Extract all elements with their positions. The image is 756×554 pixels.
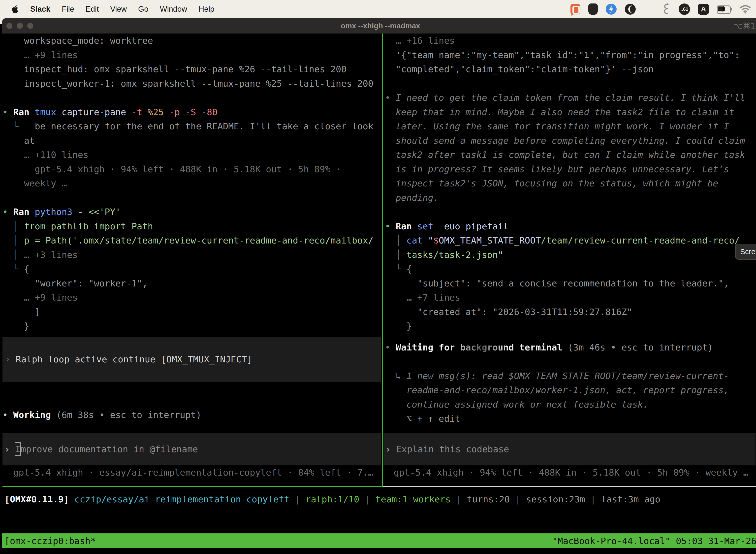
shield-grid-icon[interactable] [588,3,598,15]
text-segment: $ [433,235,439,245]
speed-bolt-icon[interactable] [606,4,617,15]
menu-item-edit[interactable]: Edit [85,5,99,14]
screenshot-tooltip: Scre [735,244,756,260]
window-title-bar[interactable]: omx --xhigh --madmax ⌥⌘1 [2,18,756,34]
terminal-line: inspect_worker-1: omx sparkshell --tmux-… [2,76,382,91]
text-segment: OMX_TEAM_STATE_ROOT [439,235,541,245]
right-pane[interactable]: … +16 lines '{"team_name":"my-team","tas… [383,34,756,487]
terminal-line: inspect task2's JSON, focusing on the st… [385,176,756,190]
terminal-line: "created_at": "2026-03-31T11:59:27.816Z" [385,305,756,319]
terminal-line: └ { [2,262,382,276]
text-segment: … +9 lines [2,50,78,60]
text-segment: session:23m [521,494,590,504]
terminal-line: … +9 lines [2,48,382,62]
left-prompt-input[interactable]: › Improve documentation in @filename [2,433,381,465]
menu-item-view[interactable]: View [110,5,127,14]
right-model-status: gpt-5.4 xhigh · 94% left · 488K in · 5.1… [383,465,749,480]
text-segment: " [428,235,433,245]
text-segment: ] [2,307,40,317]
text-segment: last:3m ago [596,494,660,504]
menu-item-help[interactable]: Help [199,5,214,14]
terminal-line: "worker": "worker-1", [2,276,382,291]
text-segment: • [385,221,396,231]
wifi-icon[interactable] [740,5,751,14]
terminal-line: task2 after task1 is complete, but can I… [385,148,756,162]
tmux-status-bar[interactable]: [omx-cczip0:bash* "MacBook-Pro-44.local"… [2,534,756,548]
input-source-letter: A [701,5,706,13]
text-segment: Ran [13,107,35,117]
dots-grid-icon[interactable] [644,4,654,14]
text-segment: at [2,135,35,146]
chat-app-icon-inner [572,6,580,14]
text-segment: … +9 lines [2,292,78,302]
right-prompt-input[interactable]: › Explain this codebase [383,433,756,465]
text-segment: | [456,494,461,504]
text-segment: │ [2,221,24,231]
apple-menu-icon[interactable] [11,5,19,13]
squiggle-icon[interactable] [662,3,671,15]
terminal-line: '{"team_name":"my-team","task_id":"1","f… [385,48,756,62]
text-segment: %25 [147,107,169,117]
menu-bar-status-icons: ..61 A [570,3,751,15]
text-segment: "subject": "send a concise recommendatio… [385,278,729,288]
timer-badge-icon[interactable]: ..61 [679,3,690,15]
text-segment: -t [131,107,147,117]
chat-app-icon[interactable] [570,4,580,14]
text-segment: p = Path('.omx/state/team/review-current… [24,235,374,245]
terminal-line: … +9 lines [2,290,382,305]
text-segment: Ralph loop active continue [OMX_TMUX_INJ… [16,354,252,365]
terminal-line: keep that in mind. Maybe I also need the… [385,105,756,119]
terminal-line [2,190,382,205]
menu-item-file[interactable]: File [62,5,74,14]
battery-nub [731,8,732,11]
window-shortcut: ⌥⌘1 [734,21,756,31]
window-title: omx --xhigh --madmax [341,21,420,30]
left-model-status: gpt-5.4 xhigh · essay/ai-reimplementatio… [2,465,374,480]
left-pane-border [2,486,382,487]
menu-item-window[interactable]: Window [160,5,187,14]
close-button[interactable] [6,23,12,29]
text-segment: cat [406,235,428,245]
right-pane-border [383,486,756,487]
working-status-line: • Working (6m 38s • esc to interrupt) [2,408,382,422]
input-source-icon[interactable]: A [698,4,709,15]
text-segment: python3 [35,207,78,217]
text-segment: │ … +3 lines [2,250,78,260]
text-segment: | [295,494,300,504]
text-segment: • [2,107,13,117]
text-segment: Ran [13,207,35,217]
text-segment: › [5,354,16,365]
terminal-line: should send a message before completing … [385,133,756,148]
text-segment: Waiting for background terminal [396,342,568,352]
zoom-button[interactable] [27,23,33,29]
terminal-line: └ be necessary for the end of the README… [2,119,382,133]
terminal-line: at [2,133,382,148]
terminal-line: │ … +3 lines [2,248,382,262]
text-segment: is in progress? It seems likely but perh… [385,164,729,174]
text-segment: └ [2,121,24,131]
text-segment: … +16 lines [385,36,455,46]
crescent-icon[interactable] [625,3,636,15]
text-segment: continue assigned work or next feasible … [385,399,648,409]
battery-icon[interactable] [717,5,732,13]
text-segment: ⌥ + ↑ edit [385,413,460,424]
terminal-line: │ tasks/task-2.json" [385,248,756,262]
minimize-button[interactable] [17,23,23,29]
left-pane[interactable]: workspace_mode: worktree … +9 lines insp… [2,34,382,487]
waiting-status-line: • Waiting for background terminal (3m 46… [385,340,756,355]
text-segment: gpt-5.4 xhigh · 94% left · 488K in · 5.1… [2,164,341,174]
text-segment: (3m 46s • esc to interrupt) [568,342,713,352]
text-segment: { [406,264,412,274]
text-segment: /team/review-current-readme-and-reco/ [541,235,740,245]
menu-bar: Slack FileEditViewGoWindowHelp ..61 A [0,0,756,18]
menu-item-app[interactable]: Slack [30,5,50,14]
text-segment: be necessary for the end of the README. … [24,121,374,131]
text-segment: should send a message before completing … [385,135,745,146]
menu-item-go[interactable]: Go [138,5,148,14]
text-segment: Ran [396,221,417,231]
terminal-line: "completed","claim_token":"claim-token"}… [385,62,756,76]
text-segment: gpt-5.4 xhigh · essay/ai-reimplementatio… [2,467,374,478]
text-segment: Working [13,410,56,420]
text-segment: } [2,321,29,331]
text-segment: -p -S -80 [169,107,217,117]
